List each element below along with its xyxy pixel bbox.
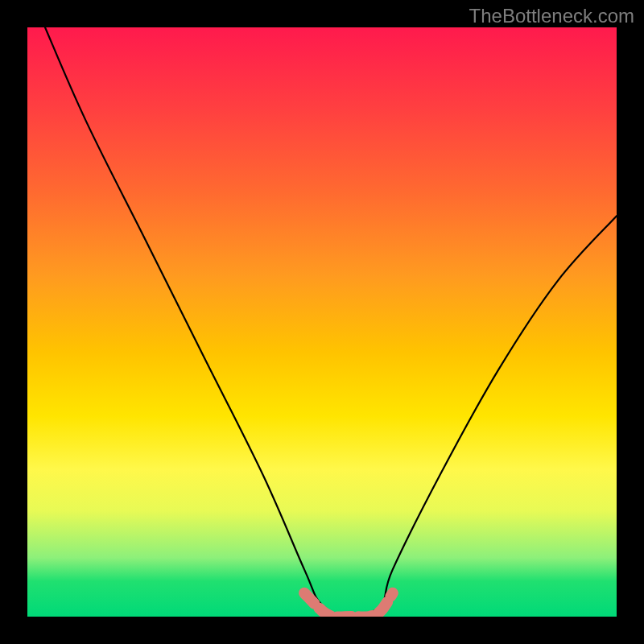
plot-area — [27, 27, 617, 617]
chart-frame: TheBottleneck.com — [0, 0, 644, 644]
optimal-band-highlight — [304, 593, 393, 617]
attribution-text: TheBottleneck.com — [469, 5, 634, 27]
curve-svg — [27, 27, 617, 617]
bottleneck-curve — [45, 27, 617, 617]
